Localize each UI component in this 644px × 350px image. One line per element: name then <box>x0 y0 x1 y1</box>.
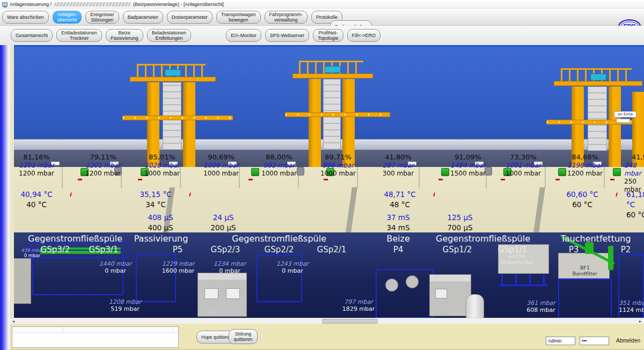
toolbar-button[interactable]: Fahrprogramm- verwaltung <box>265 11 308 24</box>
crane-platform <box>130 77 216 82</box>
event-list-header-cell-2 <box>63 327 173 332</box>
password-field[interactable] <box>580 337 609 345</box>
toolbar-buttons: Ware abschickenAnlagen- übersichtEreigni… <box>2 11 346 24</box>
crane-mast <box>609 86 621 167</box>
pump-body <box>406 275 419 288</box>
logout-label: Abmelden <box>616 338 640 344</box>
equipment-rack <box>376 269 434 318</box>
crane-cross-beam <box>285 112 390 117</box>
cabinet-top <box>430 275 471 281</box>
event-list-header <box>12 327 178 333</box>
rim-tag <box>228 162 237 165</box>
toolbar-button[interactable]: Ereignisse/ Störungen <box>85 11 119 24</box>
view-tab[interactable]: Entladestationen Trockner <box>56 29 102 42</box>
dosing-cabinet <box>429 274 471 316</box>
green-pipe-vertical <box>608 246 613 270</box>
logout-control[interactable]: Abmelden ▼ <box>616 338 644 344</box>
crane-mast <box>147 82 159 167</box>
window-title-suffix: (Beizpassivieranlage) - [Anlagenübersich… <box>133 2 224 7</box>
valve-icon <box>326 168 334 176</box>
dosing-cabinet <box>197 273 247 317</box>
valve-icon <box>80 168 89 176</box>
event-list-panel[interactable] <box>12 326 179 348</box>
rack-leg <box>515 274 517 286</box>
window-title-prefix: Anlagensteuerung / <box>10 2 52 7</box>
oil-separator-unit <box>498 244 549 274</box>
cabinet-panel <box>204 288 218 299</box>
view-tab[interactable]: Gesamtansicht <box>11 29 53 42</box>
crane-sign: on Einla <box>614 111 636 118</box>
crane-hoist-motor <box>165 69 181 76</box>
tank-separator <box>180 167 181 188</box>
toolbar-button[interactable]: Ware abschicken <box>2 11 49 24</box>
tank-separator <box>62 167 63 188</box>
view-tabbar: GesamtansichtEntladestationen TrocknerBe… <box>0 26 644 45</box>
rim-tag <box>287 162 296 165</box>
equipment-rack <box>618 254 644 318</box>
view-tab[interactable]: Beladestationen Entfettungen <box>147 29 192 42</box>
valve-icon <box>613 168 621 176</box>
crane-mast <box>183 82 195 167</box>
crane-cross-beam <box>122 115 233 120</box>
crane-lattice <box>588 86 607 151</box>
cabinet-panel <box>226 288 240 299</box>
view-tab[interactable]: Fill<->ERO <box>347 29 381 42</box>
tank-separator <box>357 167 358 188</box>
crane-sign-small <box>616 119 630 123</box>
valve-icon <box>503 168 511 176</box>
rim-tag <box>110 162 119 165</box>
rack-leg <box>543 274 545 286</box>
rim-tag <box>534 162 543 165</box>
rim-tag <box>475 162 484 165</box>
main-toolbar: Ware abschickenAnlagen- übersichtEreigni… <box>0 9 644 26</box>
plant-3d-view[interactable]: on Einla 81,16%1201 mbar1200 mbar79,11%1… <box>0 45 644 318</box>
crane-mast <box>572 86 584 167</box>
scene-left-gutter <box>10 45 14 318</box>
view-tab[interactable]: E/A-Monitor <box>226 29 261 42</box>
valve-icon <box>558 168 566 176</box>
toolbar-button[interactable]: Dosierparameter <box>167 11 213 24</box>
crane-runway-beam <box>0 139 644 150</box>
valve-icon <box>141 168 149 176</box>
crane-mast <box>632 92 644 167</box>
tank-separator <box>239 167 240 188</box>
pump-icon <box>114 167 122 176</box>
view-tab[interactable]: Beize Passivierung <box>106 29 143 42</box>
valve-icon <box>251 168 259 176</box>
pump-icon <box>297 167 304 176</box>
rack-leg <box>529 274 531 286</box>
stoerung-quittieren-button[interactable]: Störung quittieren <box>229 329 258 344</box>
scene-horizontal-scrollbar[interactable]: ◄ ► <box>10 318 644 324</box>
redacted-plant-name <box>54 2 131 6</box>
app-icon <box>2 2 8 6</box>
scrollbar-thumb[interactable] <box>322 319 378 324</box>
crane-mast <box>342 79 355 167</box>
rack-leg <box>501 274 503 286</box>
crane-hoist-motor <box>325 66 341 73</box>
username-field[interactable] <box>546 337 575 345</box>
left-gradient-stripe <box>0 45 10 350</box>
toolbar-button[interactable]: Anlagen- übersicht <box>53 11 82 24</box>
view-tab[interactable]: ProfiNet- Topologie <box>313 29 343 42</box>
storage-cylinder <box>466 294 484 318</box>
toolbar-button[interactable]: Transportwagen bewegen <box>216 11 261 24</box>
tank-wall-band <box>0 150 644 167</box>
pump-icon <box>485 167 492 176</box>
plant-control-window: { "window": { "title_prefix": "Anlagenst… <box>0 0 644 350</box>
crane-platform <box>554 81 642 86</box>
tank-separator <box>419 167 420 188</box>
view-tabs-right: E/A-MonitorSPS-WebserverProfiNet- Topolo… <box>226 29 384 42</box>
status-bar: Hupe quittieren Störung quittieren Abmel… <box>0 324 644 350</box>
rim-tag <box>51 162 60 165</box>
crane-hoist-motor <box>590 74 606 81</box>
view-tabs-left: GesamtansichtEntladestationen TrocknerBe… <box>11 29 195 42</box>
cabinet-top <box>198 273 246 280</box>
rack-rail <box>499 285 547 286</box>
rim-tag <box>169 162 178 165</box>
equipment-rack <box>136 254 176 302</box>
view-tab[interactable]: SPS-Webserver <box>265 29 309 42</box>
crane-platform <box>292 74 373 78</box>
toolbar-button[interactable]: Badparameter <box>123 11 163 24</box>
title-bar: Anlagensteuerung / (Beizpassivieranlage)… <box>0 0 644 9</box>
equipment-rack <box>558 279 612 318</box>
